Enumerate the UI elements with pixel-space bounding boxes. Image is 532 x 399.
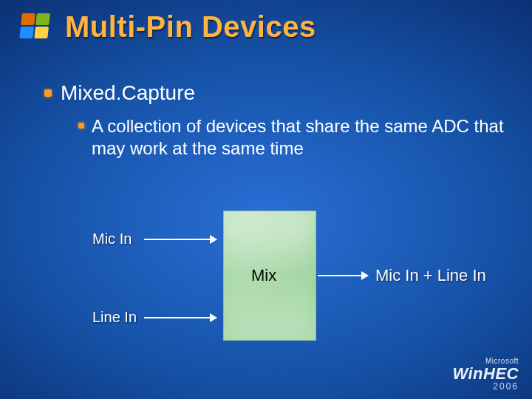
footer-brand-suffix: HEC xyxy=(483,364,519,383)
windows-logo-icon xyxy=(16,9,55,44)
footer-branding: Microsoft WinHEC 2006 xyxy=(452,358,519,392)
bullet-level-2-text: A collection of devices that share the s… xyxy=(92,115,510,160)
arrow-icon xyxy=(144,239,216,240)
winhec-logo-icon: WinHEC xyxy=(452,365,519,382)
diagram-label-mic-in: Mic In xyxy=(92,231,132,248)
bullet-icon xyxy=(44,89,52,97)
footer-microsoft: Microsoft xyxy=(452,358,519,366)
arrow-icon xyxy=(144,317,216,318)
bullet-level-1-text: Mixed.Capture xyxy=(61,81,195,105)
diagram-label-output: Mic In + Line In xyxy=(375,266,486,285)
diagram-label-line-in: Line In xyxy=(92,309,137,326)
slide: Multi-Pin Devices Mixed.Capture A collec… xyxy=(0,0,532,399)
footer-year: 2006 xyxy=(452,382,519,392)
bullet-level-2: A collection of devices that share the s… xyxy=(78,115,510,160)
slide-title: Multi-Pin Devices xyxy=(65,10,517,44)
bullet-level-1: Mixed.Capture xyxy=(44,81,510,105)
footer-brand-prefix: Win xyxy=(452,364,483,383)
diagram-label-mix: Mix xyxy=(251,266,276,285)
diagram: Mic In Line In Mix Mic In + Line In xyxy=(0,207,532,355)
bullet-icon xyxy=(78,123,84,129)
bullet-list: Mixed.Capture A collection of devices th… xyxy=(44,81,510,160)
arrow-icon xyxy=(318,275,368,276)
